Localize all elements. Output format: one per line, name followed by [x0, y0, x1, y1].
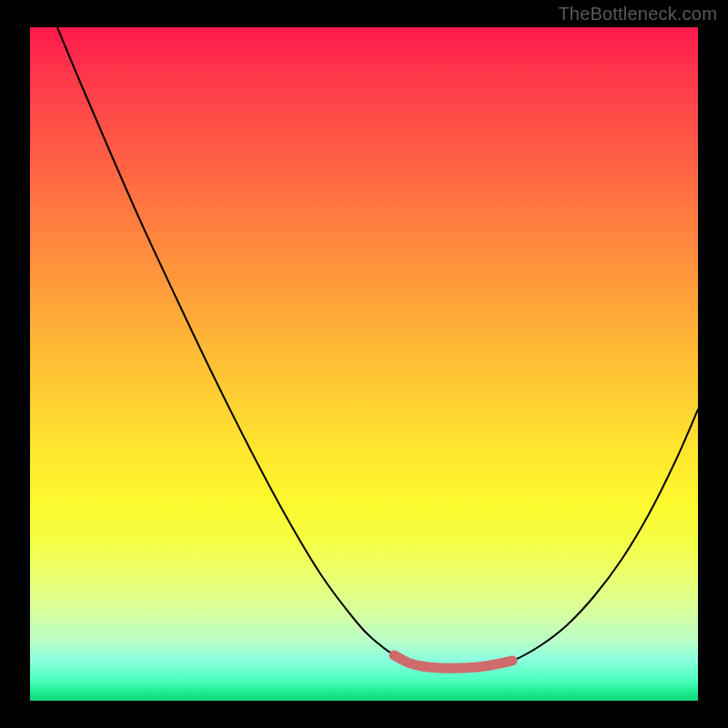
watermark-text: TheBottleneck.com — [558, 4, 717, 25]
bottleneck-curve — [30, 27, 698, 701]
plot-area — [30, 27, 698, 701]
curve-highlight — [394, 655, 512, 668]
curve-line — [57, 27, 698, 668]
chart-frame: TheBottleneck.com — [0, 0, 728, 728]
